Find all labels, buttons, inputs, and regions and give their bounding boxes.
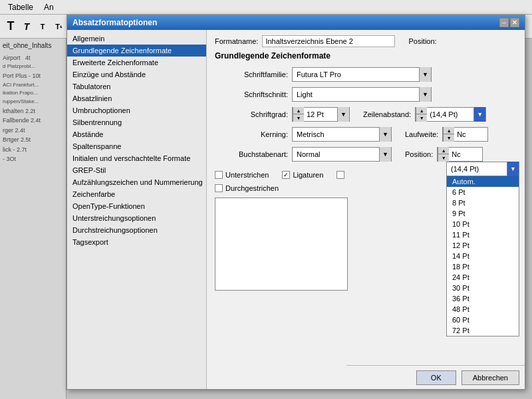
cancel-button[interactable]: Abbrechen	[462, 370, 519, 385]
kerning-dropdown[interactable]: Metrisch ▼	[292, 127, 392, 142]
schriftfamilie-arrow[interactable]: ▼	[419, 67, 431, 82]
dialog-body: Allgemein Grundlegende Zeichenformate Er…	[67, 30, 525, 389]
zeilenabstand-dd-arrow[interactable]: ▼	[473, 107, 485, 122]
format-name-input[interactable]	[262, 35, 395, 47]
zeilenabstand-spinner[interactable]: ▲ ▼ (14,4 Pt) ▼	[415, 107, 486, 122]
buchstabenart-dropdown[interactable]: Normal ▼	[292, 147, 392, 162]
sidebar-item-einzuege[interactable]: Einzüge und Abstände	[67, 68, 206, 80]
section-title: Grundlegende Zeichenformate	[215, 51, 517, 61]
sidebar-item-zeichenfarbe[interactable]: Zeichenfarbe	[67, 188, 206, 200]
schriftfamilie-control: Futura LT Pro ▼	[292, 67, 432, 82]
ruler-item: - 3Ot	[3, 154, 63, 164]
position-spinner[interactable]: ▲ ▼ Nc	[437, 147, 483, 162]
zeilenabstand-up[interactable]: ▲	[416, 107, 427, 114]
zeilenabstand-header-value: (14,4 Pt)	[447, 165, 507, 173]
durchgestrichen-item: Durchgestrichen	[215, 184, 279, 192]
sidebar-item-aufzaehlung[interactable]: Aufzählungszeichen und Nummerierung	[67, 176, 206, 188]
dialog-close[interactable]: ✕	[510, 18, 519, 27]
ruler-item: Airport 4t	[3, 53, 63, 63]
schriftgrad-value: 12 Pt	[304, 110, 337, 118]
dropdown-item-8pt[interactable]: 8 Pt	[447, 198, 519, 208]
toolbar-T-small[interactable]: T	[35, 19, 51, 35]
ligaturen-label: Ligaturen	[293, 171, 323, 179]
dialog-minimize[interactable]: ─	[499, 18, 509, 27]
laufweite-up[interactable]: ▲	[444, 127, 454, 134]
dropdown-item-6pt[interactable]: 6 Pt	[447, 187, 519, 198]
ruler-item: ACI Frankfurt...	[3, 81, 63, 90]
sidebar-scroll[interactable]: Allgemein Grundlegende Zeichenformate Er…	[67, 33, 206, 386]
sidebar-item-grep[interactable]: GREP-Stil	[67, 164, 206, 176]
content-header: Formatname: Position:	[215, 35, 517, 47]
schriftfamilie-label: Schriftfamilie:	[215, 70, 288, 78]
position-up[interactable]: ▲	[438, 147, 449, 154]
sidebar-item-grundlegende[interactable]: Grundlegende Zeichenformate	[67, 45, 206, 57]
extra-checkbox[interactable]	[336, 171, 344, 179]
sidebar-item-opentype[interactable]: OpenType-Funktionen	[67, 200, 206, 212]
position-label-header: Position:	[408, 37, 436, 45]
zeilenabstand-down[interactable]: ▼	[416, 114, 427, 122]
menu-an[interactable]: An	[39, 1, 59, 13]
ok-button[interactable]: OK	[416, 370, 456, 385]
schriftgrad-up[interactable]: ▲	[293, 107, 304, 114]
sidebar-item-erweiterte[interactable]: Erweiterte Zeichenformate	[67, 57, 206, 68]
dropdown-item-30pt[interactable]: 30 Pt	[447, 283, 519, 293]
sidebar-item-abstaende[interactable]: Abstände	[67, 128, 206, 140]
schriftgrad-down[interactable]: ▼	[293, 114, 304, 122]
dropdown-item-9pt[interactable]: 9 Pt	[447, 208, 519, 219]
kerning-arrow[interactable]: ▼	[379, 127, 391, 142]
buchstabenart-control: Normal ▼	[292, 147, 392, 162]
sidebar-item-tagsexport[interactable]: Tagsexport	[67, 236, 206, 248]
buchstabenart-arrow[interactable]: ▼	[379, 147, 391, 162]
dialog-title-text: Absatzformatoptionen	[72, 18, 157, 27]
toolbar-T-medium[interactable]: T	[19, 19, 35, 35]
sidebar-item-silbentrennung[interactable]: Silbentrennung	[67, 116, 206, 128]
menu-tabelle[interactable]: Tabelle	[3, 1, 39, 13]
schriftschnitt-dropdown[interactable]: Light ▼	[292, 87, 432, 102]
dropdown-item-14pt[interactable]: 14 Pt	[447, 251, 519, 261]
sidebar-item-spaltenspanne[interactable]: Spaltenspanne	[67, 140, 206, 152]
toolbar-T-sub[interactable]: T₁	[51, 19, 66, 35]
dropdown-item-10pt[interactable]: 10 Pt	[447, 219, 519, 229]
schriftgrad-spinner[interactable]: ▲ ▼ 12 Pt ▼	[292, 107, 350, 122]
zeilenabstand-header-arrow[interactable]: ▼	[507, 162, 519, 176]
dialog-content: Formatname: Position: Grundlegende Zeich…	[207, 30, 525, 389]
dropdown-item-36pt[interactable]: 36 Pt	[447, 293, 519, 304]
schriftfamilie-dropdown[interactable]: Futura LT Pro ▼	[292, 67, 432, 82]
position-down[interactable]: ▼	[438, 154, 449, 162]
dropdown-item-12pt[interactable]: 12 Pt	[447, 240, 519, 251]
dropdown-item-48pt[interactable]: 48 Pt	[447, 304, 519, 315]
zeilenabstand-dropdown-header[interactable]: (14,4 Pt) ▼	[446, 162, 519, 176]
schriftgrad-control: ▲ ▼ 12 Pt ▼	[292, 107, 350, 122]
sidebar-item-durchstreichung[interactable]: Durchstreichungsoptionen	[67, 224, 206, 236]
sidebar-item-unterstreichung[interactable]: Unterstreichungsoptionen	[67, 212, 206, 224]
schriftschnitt-arrow[interactable]: ▼	[419, 87, 431, 102]
zeilenabstand-control: ▲ ▼ (14,4 Pt) ▼	[415, 107, 486, 122]
ruler-item: Port Plus - 10t	[3, 71, 63, 80]
dropdown-item-72pt[interactable]: 72 Pt	[447, 325, 519, 336]
dropdown-item-24pt[interactable]: 24 Pt	[447, 272, 519, 283]
durchgestrichen-checkbox[interactable]	[215, 184, 223, 192]
sidebar-item-umbruch[interactable]: Umbruchoptionen	[67, 104, 206, 116]
ruler-item: ikation Frapo...	[3, 89, 63, 98]
toolbar-T-large[interactable]: T	[3, 19, 19, 35]
dropdown-item-11pt[interactable]: 11 Pt	[447, 229, 519, 240]
schriftgrad-dd-arrow[interactable]: ▼	[337, 107, 349, 122]
dropdown-item-60pt[interactable]: 60 Pt	[447, 315, 519, 325]
dropdown-item-18pt[interactable]: 18 Pt	[447, 261, 519, 272]
schriftfamilie-row: Schriftfamilie: Futura LT Pro ▼	[215, 67, 517, 82]
sidebar-item-initialen[interactable]: Initialen und verschachtelte Formate	[67, 152, 206, 164]
zeilenabstand-dropdown-list: Autom. 6 Pt 8 Pt 9 Pt 10 Pt 11 Pt 12 Pt …	[446, 176, 519, 336]
ruler-item: lick - 2.7t	[3, 145, 63, 154]
format-name-label: Formatname:	[215, 37, 258, 45]
ligaturen-checkbox[interactable]: ✓	[282, 171, 290, 179]
position-arrows: ▲ ▼	[438, 147, 449, 162]
position-control: ▲ ▼ Nc	[437, 147, 483, 162]
laufweite-down[interactable]: ▼	[444, 134, 454, 142]
unterstrichen-checkbox[interactable]	[215, 171, 223, 179]
sidebar-item-absatzlinien[interactable]: Absatzlinien	[67, 92, 206, 104]
schriftschnitt-row: Schriftschnitt: Light ▼	[215, 87, 517, 102]
laufweite-spinner[interactable]: ▲ ▼ Nc	[442, 127, 488, 142]
sidebar-item-allgemein[interactable]: Allgemein	[67, 33, 206, 45]
sidebar-item-tabulatoren[interactable]: Tabulatoren	[67, 80, 206, 92]
dropdown-item-autom[interactable]: Autom.	[447, 176, 519, 187]
